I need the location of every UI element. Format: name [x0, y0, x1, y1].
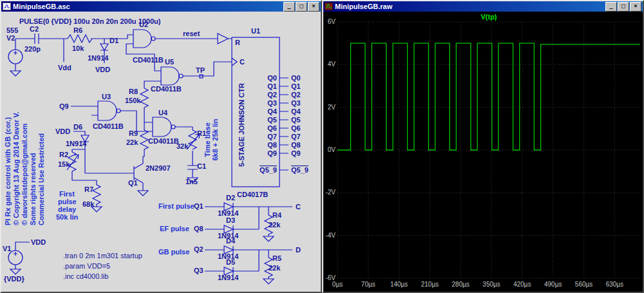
waveform-window-controls: _ □ × [605, 2, 641, 12]
schem-label: R9 [129, 129, 138, 137]
y-tick-label: 2V [328, 104, 336, 111]
schematic-canvas[interactable]: PULSE(0 {VDD} 100u 20n 20n 200u 1000u)55… [1, 12, 321, 292]
schem-label: CD4011B [133, 56, 164, 64]
minimize-button[interactable]: _ [605, 2, 617, 12]
waveform-plot[interactable]: V(tp) 0µs70µs140µs210µs280µs350µs420µs49… [323, 12, 643, 292]
schem-label: Time base [204, 122, 211, 157]
schem-label: Some rights reserved [29, 153, 37, 226]
maximize-button[interactable]: □ [618, 2, 629, 12]
schem-label: Q1 [128, 179, 138, 187]
y-tick-label: -2V [325, 189, 336, 196]
schem-label: EF pulse [160, 225, 189, 232]
schem-label: 22k [126, 138, 138, 146]
schem-label: C2 [30, 25, 39, 33]
schem-label: R2 [59, 151, 68, 158]
schem-label: 15k [58, 160, 70, 168]
schem-label: 68k [82, 200, 95, 208]
waveform-window-title: MinipulseGB.raw [335, 3, 603, 10]
schem-label: Q5 [291, 116, 301, 124]
schematic-file-icon[interactable] [3, 3, 11, 10]
schem-label: Q1 [291, 82, 301, 90]
schem-label: D3 [226, 216, 235, 224]
schem-label: Q3 [194, 267, 204, 274]
schem-label: Vdd [58, 64, 71, 71]
schematic-titlebar[interactable]: MinipulseGB.asc _ □ × [1, 1, 321, 12]
maximize-button[interactable]: □ [296, 2, 307, 12]
schem-label: Q0 [267, 74, 277, 82]
schem-label: Q7 [267, 133, 277, 140]
x-tick-label: 560µs [575, 281, 592, 288]
schem-label: V2 [6, 34, 15, 42]
app-workspace: MinipulseGB.asc _ □ × [0, 0, 644, 293]
schem-label: R [235, 39, 240, 46]
schematic-canvas-area[interactable]: PULSE(0 {VDD} 100u 20n 20n 200u 1000u)55… [1, 12, 321, 292]
schem-label: R5 [272, 254, 281, 262]
schem-label: Q2 [267, 91, 277, 99]
y-tick-label: 6V [328, 18, 336, 25]
schem-label: 22k [269, 221, 281, 229]
schem-label: R8 [129, 88, 138, 95]
close-button[interactable]: × [630, 2, 641, 12]
schem-label: 1N914 [218, 274, 239, 281]
x-tick-label: 140µs [390, 281, 408, 288]
schem-label: CD4011B [93, 122, 124, 130]
schem-label: 10k [72, 44, 84, 52]
schem-label: VDD [95, 66, 110, 73]
schem-label: CD4011B [151, 85, 182, 93]
plot-legend[interactable]: V(tp) [480, 13, 497, 21]
x-tick-label: 490µs [544, 281, 562, 288]
schem-label: .tran 0 2m 1m301 startup [63, 252, 142, 260]
schem-label: reset [183, 30, 200, 37]
schem-label: Q4 [291, 108, 301, 115]
schem-label: 2N2907 [146, 164, 171, 172]
schem-label: Q0 [291, 74, 301, 82]
schem-label: Q6 [291, 124, 301, 132]
schem-label: Q9 [291, 149, 301, 157]
y-tick-label: -6V [325, 274, 336, 281]
schem-label: Commercial Use Restricted [37, 133, 45, 225]
schem-label: Q5_9 [291, 166, 308, 174]
schem-label: © Copyright 13 Aug 2014 Davor V. [12, 111, 20, 225]
y-tick-label: -4V [325, 232, 336, 239]
schem-label: 1N914 [66, 140, 87, 147]
schem-label: CD4011B [148, 137, 179, 145]
schem-label: D4 [226, 237, 236, 245]
schem-label: D1 [109, 37, 118, 44]
waveform-file-icon[interactable] [325, 3, 333, 10]
close-button[interactable]: × [308, 2, 319, 12]
schem-label: Q9 [59, 102, 69, 110]
schem-label: U2 [139, 21, 148, 28]
schem-label: Q1 [194, 202, 204, 210]
x-tick-label: 420µs [513, 281, 531, 288]
x-tick-label: 630µs [606, 281, 623, 288]
schem-label: Q8 [194, 225, 204, 232]
waveform-titlebar[interactable]: MinipulseGB.raw _ □ × [323, 1, 643, 12]
schem-label: 6k8 + 25k lin [211, 118, 219, 160]
schem-label: 220p [24, 45, 41, 53]
schematic-labels: PULSE(0 {VDD} 100u 20n 20n 200u 1000u)55… [3, 17, 308, 283]
waveform-window: MinipulseGB.raw _ □ × V(tp) 0µs70µs140µs… [322, 0, 644, 293]
schem-label: 150k [125, 97, 141, 104]
schem-label: Q1 [267, 82, 277, 90]
schematic-window: MinipulseGB.asc _ □ × [0, 0, 322, 293]
schem-label: U1 [251, 27, 260, 35]
schem-label: R4 [272, 211, 282, 219]
y-tick-label: 0V [328, 146, 336, 153]
schem-label: Q9 [267, 149, 277, 157]
schem-label: VDD [31, 238, 46, 246]
schem-label: {VDD} [4, 275, 25, 283]
x-tick-label: 280µs [452, 281, 469, 288]
schem-label: D5 [226, 258, 235, 266]
schem-label: Q3 [291, 99, 301, 107]
schem-label: Q4 [267, 108, 278, 115]
schem-label: 5-STAGE JOHNSON CTR [238, 83, 245, 167]
schem-label: First pulse [158, 202, 194, 210]
schem-label: Q2 [194, 245, 204, 253]
waveform-plot-area[interactable]: V(tp) 0µs70µs140µs210µs280µs350µs420µs49… [323, 12, 643, 292]
schem-label: .param VDD=5 [63, 262, 110, 270]
minimize-button[interactable]: _ [283, 2, 295, 12]
schem-label: Q8 [291, 141, 301, 149]
schem-label: C [296, 203, 301, 211]
schem-label: U3 [102, 93, 111, 100]
schem-label: Q8 [267, 141, 277, 149]
